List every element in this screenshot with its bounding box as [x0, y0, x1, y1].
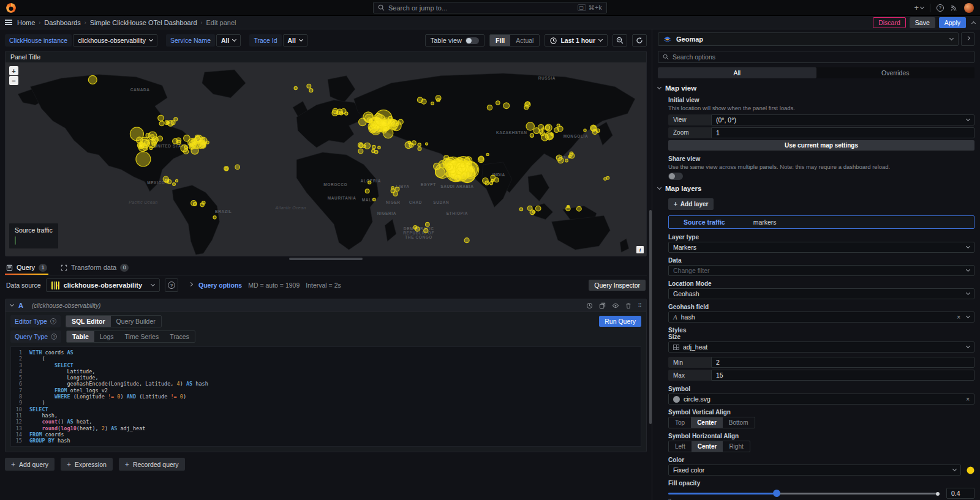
clear-icon[interactable]: ×	[957, 314, 960, 321]
use-current-map-settings-button[interactable]: Use current map settings	[668, 140, 974, 151]
query-type-timeseries[interactable]: Time Series	[119, 331, 165, 342]
valign-bottom[interactable]: Bottom	[723, 417, 755, 428]
clear-icon[interactable]: ×	[966, 396, 970, 403]
save-button[interactable]: Save	[910, 17, 935, 28]
map-attribution-button[interactable]: i	[636, 246, 644, 253]
geohash-select[interactable]: A hash ×	[668, 312, 974, 323]
refresh-icon	[636, 37, 643, 44]
close-options-button[interactable]	[961, 32, 974, 46]
map-canvas[interactable]: RUSSIACANADAUNITED STATESMEXICOBRAZILKAZ…	[6, 62, 646, 256]
query-count-badge: 1	[39, 264, 47, 272]
symbol-select[interactable]: circle.svg ×	[668, 394, 974, 405]
layer-name[interactable]: Source traffic	[684, 218, 725, 226]
section-map-view[interactable]: Map view	[658, 84, 974, 92]
table-view-toggle[interactable]: Table view	[425, 34, 484, 47]
table-view-switch[interactable]	[466, 37, 479, 44]
map-zoom-out-button[interactable]: −	[9, 76, 18, 85]
refresh-button[interactable]	[632, 34, 647, 47]
discard-button[interactable]: Discard	[873, 17, 906, 28]
min-input[interactable]	[716, 359, 970, 366]
valign-center[interactable]: Center	[691, 417, 723, 428]
fill-opacity-input[interactable]	[951, 490, 970, 497]
add-menu-button[interactable]: +	[914, 3, 924, 12]
drag-handle[interactable]: ⠿	[638, 302, 641, 308]
duplicate-icon[interactable]	[599, 302, 606, 309]
options-search[interactable]	[658, 51, 974, 63]
grafana-logo-icon[interactable]	[6, 3, 16, 13]
tab-query[interactable]: Query 1	[5, 261, 48, 274]
panel-resize-handle[interactable]	[5, 256, 647, 261]
view-select[interactable]: (0°, 0°)	[711, 114, 974, 125]
query-row-a: A (clickhouse-observability) ⠿ Editor Ty…	[5, 299, 647, 452]
recorded-query-button[interactable]: +Recorded query	[119, 458, 185, 471]
tab-overrides[interactable]: Overrides	[816, 67, 975, 78]
breadcrumb-home[interactable]: Home	[17, 19, 35, 26]
query-collapse-icon[interactable]	[10, 302, 14, 307]
zoom-out-time-button[interactable]	[612, 34, 627, 47]
zoom-input[interactable]	[716, 129, 970, 136]
color-select[interactable]: Fixed color	[668, 465, 961, 476]
apply-button[interactable]: Apply	[939, 17, 966, 28]
sql-code[interactable]: 1WITH coords AS2 (3 SELECT4 Latitude,5 L…	[10, 346, 641, 447]
add-query-button[interactable]: +Add query	[5, 458, 55, 471]
data-select[interactable]: Change filter	[668, 265, 974, 276]
collapse-options-icon[interactable]	[972, 19, 975, 26]
breadcrumb-dashboard-name[interactable]: Simple ClickHouse OTel Dashboard	[90, 19, 197, 26]
zoom-field: Zoom	[668, 127, 974, 138]
query-row-header[interactable]: A (clickhouse-observability) ⠿	[6, 299, 646, 312]
max-input[interactable]	[716, 371, 970, 379]
layer-type-select[interactable]: Markers	[668, 242, 974, 253]
query-inspector-button[interactable]: Query Inspector	[589, 280, 646, 291]
datasource-select[interactable]: clickhouse-observability	[46, 278, 160, 292]
news-icon[interactable]	[950, 4, 958, 12]
tab-all[interactable]: All	[658, 67, 816, 78]
actual-option[interactable]: Actual	[510, 35, 539, 46]
options-search-input[interactable]	[673, 53, 970, 61]
var-service-name-select[interactable]: All	[216, 34, 241, 47]
run-query-button[interactable]: Run Query	[599, 316, 641, 327]
breadcrumb-dashboards[interactable]: Dashboards	[44, 19, 80, 26]
global-search[interactable]: ▢⌘+k	[373, 2, 607, 13]
options-pane: Geomap All Overrides Map view Initial vi…	[652, 29, 980, 500]
query-type-traces[interactable]: Traces	[164, 331, 195, 342]
var-clickhouse-instance-select[interactable]: clickhouse-observability	[73, 34, 157, 47]
sql-editor-option[interactable]: SQL Editor	[66, 316, 111, 327]
query-type-label: Query Type?	[10, 330, 61, 343]
help-icon[interactable]: ?	[937, 4, 944, 12]
visualization-picker[interactable]: Geomap	[658, 32, 959, 46]
fill-opacity-field: Fill opacity 0	[668, 480, 974, 499]
query-type-table[interactable]: Table	[67, 331, 94, 342]
halign-center[interactable]: Center	[692, 441, 723, 452]
search-input[interactable]	[388, 4, 574, 12]
tab-transform-data[interactable]: Transform data 0	[59, 261, 130, 274]
halign-right[interactable]: Right	[723, 441, 749, 452]
datasource-help-button[interactable]: ?	[165, 278, 178, 292]
time-range-picker[interactable]: Last 1 hour	[545, 34, 608, 47]
layer-card[interactable]: Source traffic markers	[668, 215, 974, 229]
valign-top[interactable]: Top	[669, 417, 691, 428]
location-mode-select[interactable]: Geohash	[668, 288, 974, 299]
history-icon[interactable]	[586, 302, 593, 309]
var-trace-id-select[interactable]: All	[283, 34, 307, 47]
delete-query-icon[interactable]	[625, 302, 631, 309]
main-scrollbar[interactable]	[649, 210, 652, 424]
map-zoom-in-button[interactable]: +	[9, 66, 18, 75]
geomap-panel: Panel Title	[5, 51, 647, 256]
color-swatch[interactable]	[967, 466, 974, 474]
halign-left[interactable]: Left	[669, 441, 692, 452]
fill-option[interactable]: Fill	[490, 35, 510, 46]
user-avatar[interactable]	[964, 3, 974, 13]
size-select[interactable]: adj_heat	[668, 341, 974, 353]
panel-title[interactable]: Panel Title	[6, 51, 646, 62]
slider-knob[interactable]	[773, 490, 780, 497]
hide-query-eye-icon[interactable]	[612, 302, 619, 309]
query-builder-option[interactable]: Query Builder	[111, 316, 161, 327]
menu-toggle-icon[interactable]	[5, 20, 12, 25]
add-layer-button[interactable]: +Add layer	[668, 198, 714, 210]
query-options[interactable]: Query options MD = auto = 1909 Interval …	[189, 282, 341, 289]
fill-opacity-slider[interactable]: 0	[668, 488, 939, 499]
query-type-logs[interactable]: Logs	[94, 331, 119, 342]
section-map-layers[interactable]: Map layers	[658, 185, 974, 192]
expression-button[interactable]: +Expression	[61, 458, 113, 471]
share-view-toggle[interactable]	[668, 173, 683, 180]
